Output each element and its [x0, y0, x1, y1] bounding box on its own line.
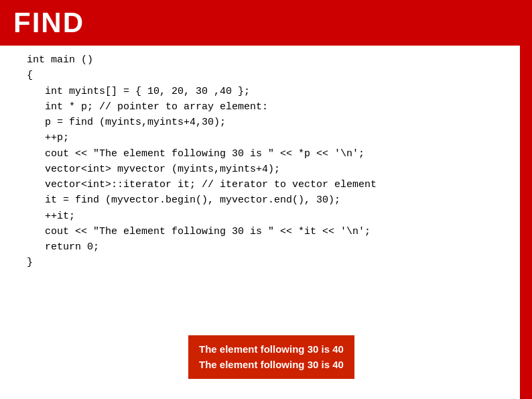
slide-header: FIND	[0, 0, 532, 46]
code-line-5: p = find (myints,myints+4,30);	[27, 115, 505, 130]
code-line-6: ++p;	[27, 130, 505, 146]
code-line-1: int main ()	[27, 52, 505, 68]
code-line-9: vector<int>::iterator it; // iterator to…	[27, 177, 505, 192]
code-line-10: it = find (myvector.begin(), myvector.en…	[27, 192, 505, 208]
output-line-2: The element following 30 is 40	[199, 357, 344, 373]
code-line-4: int * p; // pointer to array element:	[27, 99, 505, 115]
output-box: The element following 30 is 40 The eleme…	[188, 335, 354, 379]
code-line-12: cout << "The element following 30 is " <…	[27, 224, 505, 239]
code-line-14: }	[27, 255, 505, 270]
code-line-7: cout << "The element following 30 is " <…	[27, 146, 505, 162]
slide: FIND int main () { int myints[] = { 10, …	[0, 0, 532, 399]
code-line-2: {	[27, 68, 505, 83]
output-line-1: The element following 30 is 40	[199, 342, 344, 357]
code-line-13: return 0;	[27, 239, 505, 255]
code-line-11: ++it;	[27, 209, 505, 224]
red-bar-decoration	[520, 0, 532, 399]
code-block: int main () { int myints[] = { 10, 20, 3…	[0, 52, 532, 271]
slide-title: FIND	[13, 7, 512, 39]
code-line-3: int myints[] = { 10, 20, 30 ,40 };	[27, 84, 505, 99]
code-line-8: vector<int> myvector (myints,myints+4);	[27, 162, 505, 177]
